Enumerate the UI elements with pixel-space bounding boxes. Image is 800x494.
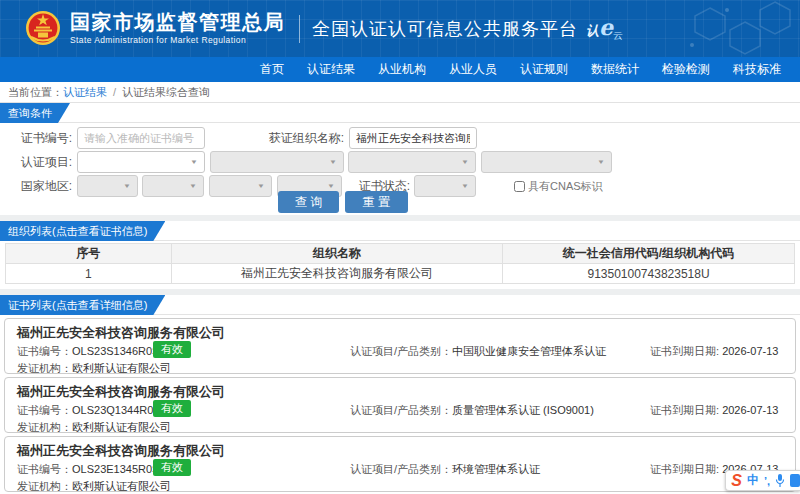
project-select-level1[interactable]: ▼ bbox=[77, 151, 205, 173]
cert-project-label: 认证项目: bbox=[0, 151, 72, 173]
breadcrumb-separator: / bbox=[113, 86, 116, 98]
cert-card-project: 认证项目/产品类别：质量管理体系认证 (ISO9001) bbox=[350, 403, 594, 418]
status-badge: 有效 bbox=[153, 341, 191, 358]
page-header: 国家市场监督管理总局 State Administration for Mark… bbox=[0, 0, 800, 57]
cert-status-select[interactable]: ▼ bbox=[414, 175, 476, 197]
microphone-icon[interactable] bbox=[775, 473, 785, 488]
ime-punctuation-toggle[interactable]: ’, bbox=[764, 475, 770, 487]
query-form: 证书编号: 获证组织名称: 认证项目: ▼ ▼ ▼ ▼ 国家地区: ▼ ▼ ▼ … bbox=[0, 123, 800, 215]
expiry-label: 证书到期日期: bbox=[650, 463, 722, 475]
chevron-down-icon: ▼ bbox=[190, 159, 198, 166]
project-select-level2[interactable]: ▼ bbox=[210, 151, 344, 173]
project-label: 认证项目/产品类别： bbox=[350, 463, 452, 475]
nav-item-agencies[interactable]: 从业机构 bbox=[378, 61, 426, 78]
breadcrumb-link-cert-results[interactable]: 认证结果 bbox=[63, 85, 107, 100]
project-value: 环境管理体系认证 bbox=[452, 463, 540, 475]
cert-card[interactable]: 福州正先安全科技咨询服务有限公司 证书编号：OLS23S1346R0S 有效 认… bbox=[4, 318, 796, 374]
query-section-title: 查询条件 bbox=[0, 103, 70, 123]
sogou-logo-icon[interactable]: S bbox=[731, 473, 742, 489]
search-button[interactable]: 查 询 bbox=[278, 191, 339, 213]
region-select-city[interactable]: ▼ bbox=[209, 175, 272, 197]
breadcrumb-current: 认证结果综合查询 bbox=[122, 85, 210, 100]
nav-item-cert-rules[interactable]: 认证规则 bbox=[520, 61, 568, 78]
nav-item-inspection[interactable]: 检验检测 bbox=[662, 61, 710, 78]
reset-button[interactable]: 重 置 bbox=[345, 191, 408, 213]
certno-label: 证书编号： bbox=[17, 404, 72, 416]
cert-card-issuer: 发证机构：欧利斯认证有限公司 bbox=[17, 361, 171, 374]
nav-item-statistics[interactable]: 数据统计 bbox=[591, 61, 639, 78]
cert-card-certno: 证书编号：OLS23E1345R0S bbox=[17, 462, 159, 477]
org-table-wrap: 序号 组织名称 统一社会信用代码/组织机构代码 1 福州正先安全科技咨询服务有限… bbox=[0, 241, 800, 284]
status-badge: 有效 bbox=[153, 459, 191, 476]
query-ribbon-bar: 查询条件 bbox=[0, 103, 800, 123]
nav-item-standards[interactable]: 科技标准 bbox=[733, 61, 781, 78]
status-badge: 有效 bbox=[153, 400, 191, 417]
cert-card-certno: 证书编号：OLS23Q1344R0S bbox=[17, 403, 161, 418]
col-header-org-name: 组织名称 bbox=[171, 244, 502, 264]
main-navigation: 首页 认证结果 从业机构 从业人员 认证规则 数据统计 检验检测 科技标准 bbox=[0, 57, 800, 82]
cert-card-org-name: 福州正先安全科技咨询服务有限公司 bbox=[17, 324, 225, 342]
certno-value: OLS23E1345R0S bbox=[72, 463, 159, 475]
cert-card[interactable]: 福州正先安全科技咨询服务有限公司 证书编号：OLS23Q1344R0S 有效 认… bbox=[4, 377, 796, 433]
ime-toolbar: S 中 ’, bbox=[725, 470, 800, 491]
issuer-value: 欧利斯认证有限公司 bbox=[72, 421, 171, 433]
chevron-down-icon: ▼ bbox=[597, 159, 605, 166]
nav-item-cert-results[interactable]: 认证结果 bbox=[307, 61, 355, 78]
org-list-ribbon-bar: 组织列表(点击查看证书信息) bbox=[0, 221, 800, 241]
issuer-value: 欧利斯认证有限公司 bbox=[72, 362, 171, 374]
issuer-value: 欧利斯认证有限公司 bbox=[72, 480, 171, 492]
expiry-value: 2026-07-13 bbox=[722, 404, 778, 416]
issuer-label: 发证机构： bbox=[17, 421, 72, 433]
col-header-index: 序号 bbox=[6, 244, 172, 264]
project-label: 认证项目/产品类别： bbox=[350, 404, 452, 416]
project-select-level3[interactable]: ▼ bbox=[348, 151, 476, 173]
org-row-code[interactable]: 91350100743823518U bbox=[503, 264, 795, 284]
chevron-down-icon: ▼ bbox=[257, 183, 265, 190]
chevron-down-icon: ▼ bbox=[189, 183, 197, 190]
keyboard-icon[interactable] bbox=[790, 474, 800, 487]
cnas-checkbox-group: 具有CNAS标识 bbox=[514, 175, 603, 197]
org-row-index[interactable]: 1 bbox=[6, 264, 172, 284]
cert-list-section: 证书列表(点击查看详细信息) 福州正先安全科技咨询服务有限公司 证书编号：OLS… bbox=[0, 295, 800, 494]
project-select-level4[interactable]: ▼ bbox=[481, 151, 612, 173]
nav-item-home[interactable]: 首页 bbox=[260, 61, 284, 78]
org-name-label: 获证组织名称: bbox=[230, 127, 344, 149]
region-select-country[interactable]: ▼ bbox=[77, 175, 138, 197]
cert-card-expiry: 证书到期日期: 2026-07-13 bbox=[650, 403, 778, 418]
certno-value: OLS23S1346R0S bbox=[72, 345, 159, 357]
header-divider bbox=[299, 15, 300, 43]
org-table-header-row: 序号 组织名称 统一社会信用代码/组织机构代码 bbox=[6, 244, 795, 264]
chevron-down-icon: ▼ bbox=[461, 183, 469, 190]
org-name-input[interactable] bbox=[349, 127, 477, 149]
issuer-label: 发证机构： bbox=[17, 480, 72, 492]
expiry-value: 2026-07-13 bbox=[722, 345, 778, 357]
expiry-label: 证书到期日期: bbox=[650, 345, 722, 357]
chevron-down-icon: ▼ bbox=[329, 159, 337, 166]
certno-value: OLS23Q1344R0S bbox=[72, 404, 161, 416]
breadcrumb-prefix: 当前位置： bbox=[8, 85, 63, 100]
national-emblem-logo bbox=[25, 8, 61, 50]
cert-card-project: 认证项目/产品类别：中国职业健康安全管理体系认证 bbox=[350, 344, 606, 359]
cert-card-issuer: 发证机构：欧利斯认证有限公司 bbox=[17, 479, 171, 492]
cert-card-org-name: 福州正先安全科技咨询服务有限公司 bbox=[17, 383, 225, 401]
project-value: 中国职业健康安全管理体系认证 bbox=[452, 345, 606, 357]
cert-list-ribbon-bar: 证书列表(点击查看详细信息) bbox=[0, 295, 800, 315]
breadcrumb: 当前位置： 认证结果 / 认证结果综合查询 bbox=[0, 82, 800, 103]
org-table-row[interactable]: 1 福州正先安全科技咨询服务有限公司 91350100743823518U bbox=[6, 264, 795, 284]
org-row-name[interactable]: 福州正先安全科技咨询服务有限公司 bbox=[171, 264, 502, 284]
cert-card[interactable]: 福州正先安全科技咨询服务有限公司 证书编号：OLS23E1345R0S 有效 认… bbox=[4, 436, 796, 492]
agency-title-block: 国家市场监督管理总局 State Administration for Mark… bbox=[70, 11, 285, 45]
cert-no-input[interactable] bbox=[77, 127, 205, 149]
cert-card-expiry: 证书到期日期: 2026-07-13 bbox=[650, 344, 778, 359]
cert-card-certno: 证书编号：OLS23S1346R0S bbox=[17, 344, 159, 359]
cnas-label: 具有CNAS标识 bbox=[528, 179, 603, 194]
project-value: 质量管理体系认证 (ISO9001) bbox=[452, 404, 594, 416]
region-label: 国家地区: bbox=[0, 175, 72, 197]
region-select-province[interactable]: ▼ bbox=[142, 175, 204, 197]
org-table: 序号 组织名称 统一社会信用代码/组织机构代码 1 福州正先安全科技咨询服务有限… bbox=[5, 243, 795, 284]
cnas-checkbox[interactable] bbox=[514, 181, 525, 192]
cert-card-org-name: 福州正先安全科技咨询服务有限公司 bbox=[17, 442, 225, 460]
nav-item-personnel[interactable]: 从业人员 bbox=[449, 61, 497, 78]
ime-language-toggle[interactable]: 中 bbox=[747, 472, 759, 489]
agency-name-en: State Administration for Market Regulati… bbox=[70, 36, 285, 45]
